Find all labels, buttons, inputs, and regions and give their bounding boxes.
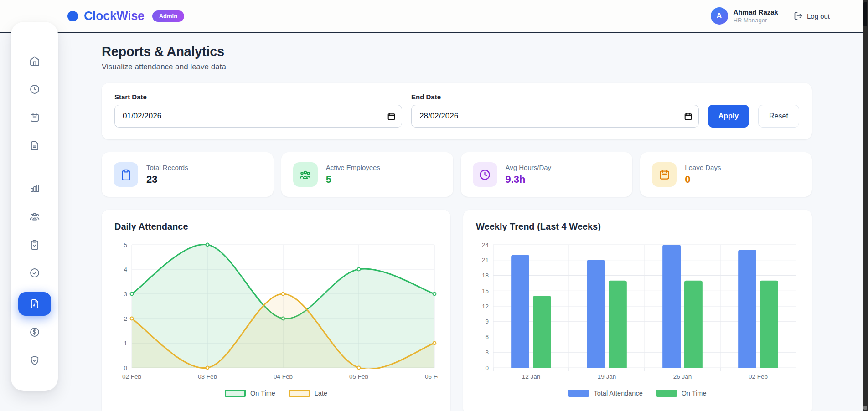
sidebar bbox=[11, 22, 58, 391]
legend-item[interactable]: On Time bbox=[656, 390, 707, 397]
svg-text:19 Jan: 19 Jan bbox=[598, 373, 616, 380]
stat-label: Leave Days bbox=[685, 164, 721, 171]
daily-attendance-legend: On TimeLate bbox=[114, 390, 438, 397]
file-chart-icon bbox=[29, 298, 40, 309]
svg-text:6: 6 bbox=[485, 334, 489, 340]
svg-text:0: 0 bbox=[485, 365, 489, 371]
legend-item[interactable]: Late bbox=[289, 390, 327, 397]
stat-label: Active Employees bbox=[326, 164, 380, 171]
weekly-trend-chart: 0369121518212412 Jan19 Jan26 Jan02 Feb bbox=[476, 239, 799, 388]
legend-label: On Time bbox=[250, 390, 275, 397]
user-menu[interactable]: A Ahmad Razak HR Manager bbox=[711, 7, 778, 25]
sidebar-item-clock[interactable] bbox=[25, 80, 45, 98]
svg-text:04 Feb: 04 Feb bbox=[274, 373, 293, 380]
svg-text:26 Jan: 26 Jan bbox=[673, 373, 692, 380]
svg-text:1: 1 bbox=[124, 340, 127, 347]
logout-label: Log out bbox=[807, 12, 830, 20]
svg-text:24: 24 bbox=[482, 241, 489, 248]
dollar-circle-icon bbox=[29, 327, 40, 338]
calendar-picker-icon[interactable] bbox=[684, 113, 692, 120]
main-content: Reports & Analytics Visualize attendance… bbox=[102, 33, 812, 411]
chart-title: Daily Attendance bbox=[114, 221, 438, 232]
daily-attendance-chart: 01234502 Feb03 Feb04 Feb05 Feb06 Feb bbox=[114, 239, 438, 388]
check-circle-icon bbox=[29, 267, 40, 278]
sidebar-item-reports[interactable] bbox=[18, 292, 51, 316]
svg-text:3: 3 bbox=[124, 291, 127, 298]
calendar-picker-icon[interactable] bbox=[388, 113, 395, 120]
date-filter-card: Start Date 01/02/2026 End Date 28/02/202… bbox=[102, 83, 812, 139]
scrollbar[interactable] bbox=[863, 0, 868, 411]
svg-text:2: 2 bbox=[124, 315, 127, 322]
clock-icon bbox=[29, 84, 40, 95]
stat-value: 0 bbox=[685, 174, 721, 185]
clipboard-icon bbox=[114, 162, 138, 187]
svg-text:0: 0 bbox=[124, 365, 127, 371]
sidebar-item-payroll[interactable] bbox=[25, 323, 45, 341]
calendar-icon bbox=[29, 112, 40, 123]
daily-attendance-card: Daily Attendance 01234502 Feb03 Feb04 Fe… bbox=[102, 210, 450, 411]
end-date-label: End Date bbox=[411, 93, 699, 101]
team-icon bbox=[293, 162, 318, 187]
sidebar-item-home[interactable] bbox=[25, 52, 45, 70]
user-name: Ahmad Razak bbox=[734, 8, 778, 17]
home-icon bbox=[29, 56, 40, 67]
end-date-value: 28/02/2026 bbox=[419, 112, 458, 121]
brand-name: ClockWise bbox=[84, 9, 145, 23]
stat-label: Total Records bbox=[146, 164, 188, 171]
svg-text:12: 12 bbox=[482, 303, 489, 310]
bar-chart-svg: 0369121518212412 Jan19 Jan26 Jan02 Feb bbox=[476, 239, 799, 388]
stat-card-active-employees: Active Employees5 bbox=[281, 152, 453, 197]
legend-item[interactable]: On Time bbox=[225, 390, 275, 397]
brand: ClockWise Admin bbox=[67, 9, 184, 23]
apply-button[interactable]: Apply bbox=[708, 105, 749, 128]
team-icon bbox=[29, 211, 40, 222]
legend-swatch bbox=[289, 390, 310, 397]
legend-label: On Time bbox=[682, 390, 707, 397]
scrollbar-thumb[interactable] bbox=[863, 2, 867, 26]
svg-text:4: 4 bbox=[124, 266, 127, 273]
logout-button[interactable]: Log out bbox=[794, 11, 830, 21]
legend-item[interactable]: Total Attendance bbox=[568, 390, 642, 397]
page-subtitle: Visualize attendance and leave data bbox=[102, 62, 812, 72]
svg-text:9: 9 bbox=[485, 318, 489, 325]
admin-badge: Admin bbox=[152, 10, 184, 22]
chart-title: Weekly Trend (Last 4 Weeks) bbox=[476, 221, 799, 232]
stat-card-avg-hours: Avg Hours/Day9.3h bbox=[461, 152, 633, 197]
svg-text:21: 21 bbox=[482, 257, 489, 263]
start-date-input[interactable]: 01/02/2026 bbox=[114, 105, 402, 128]
sidebar-item-documents[interactable] bbox=[25, 137, 45, 155]
file-text-icon bbox=[29, 140, 40, 151]
weekly-trend-card: Weekly Trend (Last 4 Weeks) 036912151821… bbox=[463, 210, 812, 411]
stat-card-total-records: Total Records23 bbox=[102, 152, 274, 197]
weekly-trend-legend: Total AttendanceOn Time bbox=[476, 390, 799, 397]
line-chart-svg: 01234502 Feb03 Feb04 Feb05 Feb06 Feb bbox=[114, 239, 438, 388]
sidebar-item-security[interactable] bbox=[25, 351, 45, 370]
svg-text:15: 15 bbox=[482, 288, 489, 294]
reset-button[interactable]: Reset bbox=[758, 105, 799, 128]
shield-check-icon bbox=[29, 355, 40, 366]
sidebar-item-analytics[interactable] bbox=[25, 179, 45, 197]
svg-text:3: 3 bbox=[485, 349, 489, 356]
sidebar-item-approvals[interactable] bbox=[25, 264, 45, 282]
svg-text:06 Feb: 06 Feb bbox=[425, 373, 438, 380]
charts-row: Daily Attendance 01234502 Feb03 Feb04 Fe… bbox=[102, 210, 812, 411]
avatar[interactable]: A bbox=[711, 7, 728, 25]
svg-text:02 Feb: 02 Feb bbox=[122, 373, 141, 380]
scrollbar-down-arrow[interactable] bbox=[863, 406, 867, 410]
legend-swatch bbox=[656, 390, 677, 397]
start-date-value: 01/02/2026 bbox=[123, 112, 161, 121]
page-title: Reports & Analytics bbox=[102, 44, 812, 59]
sidebar-item-team[interactable] bbox=[25, 207, 45, 226]
bar-chart-icon bbox=[29, 183, 40, 194]
svg-text:18: 18 bbox=[482, 272, 489, 279]
svg-text:5: 5 bbox=[124, 241, 127, 248]
end-date-input[interactable]: 28/02/2026 bbox=[411, 105, 699, 128]
sidebar-item-calendar[interactable] bbox=[25, 108, 45, 127]
calendar-icon bbox=[652, 162, 677, 187]
legend-swatch bbox=[225, 390, 246, 397]
legend-label: Late bbox=[315, 390, 327, 397]
svg-text:02 Feb: 02 Feb bbox=[749, 373, 768, 380]
clipboard-check-icon bbox=[29, 239, 40, 250]
stat-value: 23 bbox=[146, 174, 188, 185]
sidebar-item-tasks[interactable] bbox=[25, 236, 45, 254]
